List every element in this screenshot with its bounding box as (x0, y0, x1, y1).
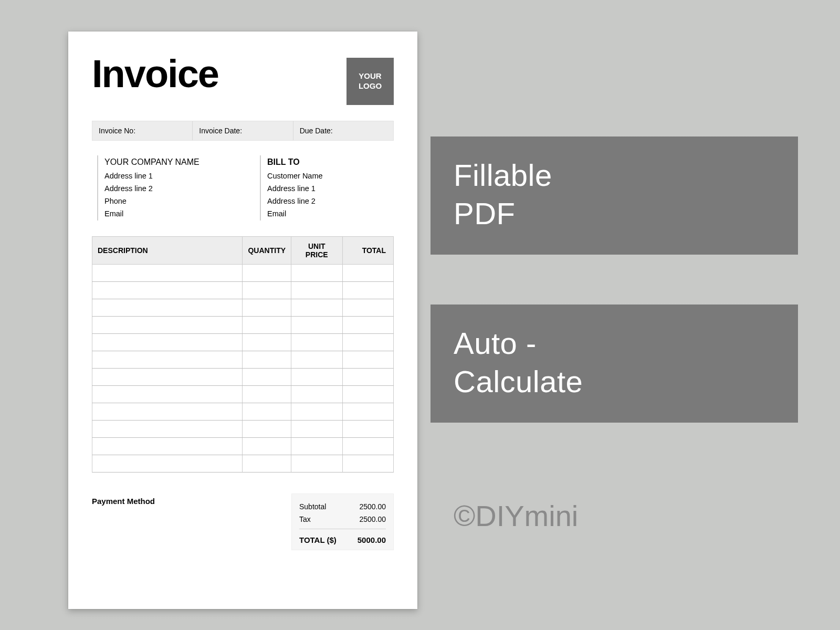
table-cell[interactable] (342, 438, 394, 455)
table-cell[interactable] (291, 334, 342, 351)
table-cell[interactable] (243, 265, 291, 282)
table-cell[interactable] (243, 369, 291, 386)
bottom-row: Payment Method Subtotal 2500.00 Tax 2500… (92, 494, 394, 550)
table-cell[interactable] (291, 438, 342, 455)
billto-block[interactable]: BILL TO Customer Name Address line 1 Add… (260, 155, 391, 220)
from-heading: YOUR COMPANY NAME (104, 155, 228, 169)
table-cell[interactable] (243, 455, 291, 472)
table-cell[interactable] (92, 455, 243, 472)
table-cell[interactable] (243, 317, 291, 334)
badge-fillable-pdf: Fillable PDF (430, 136, 798, 255)
table-cell[interactable] (342, 421, 394, 438)
table-cell[interactable] (342, 369, 394, 386)
grand-total-row: TOTAL ($) 5000.00 (299, 529, 386, 544)
table-cell[interactable] (291, 299, 342, 317)
logo-line-2: LOGO (359, 81, 382, 90)
table-cell[interactable] (342, 265, 394, 282)
due-date-field[interactable]: Due Date: (293, 121, 393, 140)
billto-line-1: Customer Name (267, 170, 391, 183)
badge-auto-calculate: Auto - Calculate (430, 304, 798, 423)
table-cell[interactable] (92, 421, 243, 438)
table-cell[interactable] (92, 265, 243, 282)
table-cell[interactable] (291, 369, 342, 386)
table-cell[interactable] (291, 265, 342, 282)
table-cell[interactable] (291, 351, 342, 369)
payment-method-label[interactable]: Payment Method (92, 494, 155, 550)
from-line-2: Address line 2 (104, 183, 228, 195)
invoice-no-field[interactable]: Invoice No: (92, 121, 193, 140)
logo-placeholder[interactable]: YOUR LOGO (346, 58, 394, 105)
table-cell[interactable] (243, 299, 291, 317)
table-cell[interactable] (92, 317, 243, 334)
table-row[interactable] (92, 403, 394, 421)
badge1-line1: Fillable (454, 158, 552, 192)
table-row[interactable] (92, 369, 394, 386)
table-cell[interactable] (291, 386, 342, 403)
table-cell[interactable] (291, 455, 342, 472)
grand-total-value: 5000.00 (358, 536, 386, 544)
table-cell[interactable] (243, 351, 291, 369)
billto-line-4: Email (267, 208, 391, 220)
table-cell[interactable] (243, 386, 291, 403)
from-block[interactable]: YOUR COMPANY NAME Address line 1 Address… (97, 155, 228, 220)
table-cell[interactable] (342, 282, 394, 299)
grand-total-label: TOTAL ($) (299, 536, 337, 544)
table-cell[interactable] (342, 334, 394, 351)
table-cell[interactable] (291, 282, 342, 299)
billto-heading: BILL TO (267, 155, 391, 169)
table-row[interactable] (92, 265, 394, 282)
table-cell[interactable] (243, 282, 291, 299)
badge2-line2: Calculate (454, 364, 583, 398)
table-cell[interactable] (291, 317, 342, 334)
items-tbody (92, 265, 394, 472)
table-row[interactable] (92, 334, 394, 351)
table-cell[interactable] (342, 386, 394, 403)
table-cell[interactable] (291, 403, 342, 421)
table-cell[interactable] (92, 299, 243, 317)
table-cell[interactable] (92, 351, 243, 369)
table-row[interactable] (92, 386, 394, 403)
table-row[interactable] (92, 282, 394, 299)
table-cell[interactable] (243, 438, 291, 455)
table-cell[interactable] (92, 403, 243, 421)
table-cell[interactable] (291, 421, 342, 438)
tax-row: Tax 2500.00 (299, 513, 386, 526)
invoice-date-field[interactable]: Invoice Date: (193, 121, 293, 140)
subtotal-value: 2500.00 (359, 502, 386, 511)
table-cell[interactable] (92, 438, 243, 455)
table-row[interactable] (92, 438, 394, 455)
table-cell[interactable] (342, 455, 394, 472)
table-cell[interactable] (92, 334, 243, 351)
table-cell[interactable] (342, 299, 394, 317)
table-cell[interactable] (243, 421, 291, 438)
table-cell[interactable] (342, 403, 394, 421)
table-cell[interactable] (243, 403, 291, 421)
table-cell[interactable] (92, 282, 243, 299)
th-description: DESCRIPTION (92, 237, 243, 265)
from-line-1: Address line 1 (104, 170, 228, 183)
meta-bar: Invoice No: Invoice Date: Due Date: (92, 121, 394, 141)
page-title: Invoice (92, 55, 218, 93)
header-row: Invoice YOUR LOGO (92, 58, 394, 105)
billto-line-3: Address line 2 (267, 195, 391, 208)
from-line-4: Email (104, 208, 228, 220)
table-cell[interactable] (342, 317, 394, 334)
table-row[interactable] (92, 421, 394, 438)
table-row[interactable] (92, 317, 394, 334)
brand-watermark: ©DIYmini (454, 499, 578, 533)
table-cell[interactable] (92, 386, 243, 403)
table-cell[interactable] (342, 351, 394, 369)
table-cell[interactable] (243, 334, 291, 351)
from-line-3: Phone (104, 195, 228, 208)
table-cell[interactable] (92, 369, 243, 386)
invoice-date-label: Invoice Date: (199, 127, 242, 135)
table-row[interactable] (92, 455, 394, 472)
badge2-line1: Auto - (454, 326, 537, 360)
table-row[interactable] (92, 351, 394, 369)
invoice-no-label: Invoice No: (99, 127, 135, 135)
badge1-line2: PDF (454, 196, 516, 230)
table-row[interactable] (92, 299, 394, 317)
logo-line-1: YOUR (359, 71, 381, 80)
items-table: DESCRIPTION QUANTITY UNIT PRICE TOTAL (92, 236, 394, 472)
tax-label: Tax (299, 515, 311, 523)
